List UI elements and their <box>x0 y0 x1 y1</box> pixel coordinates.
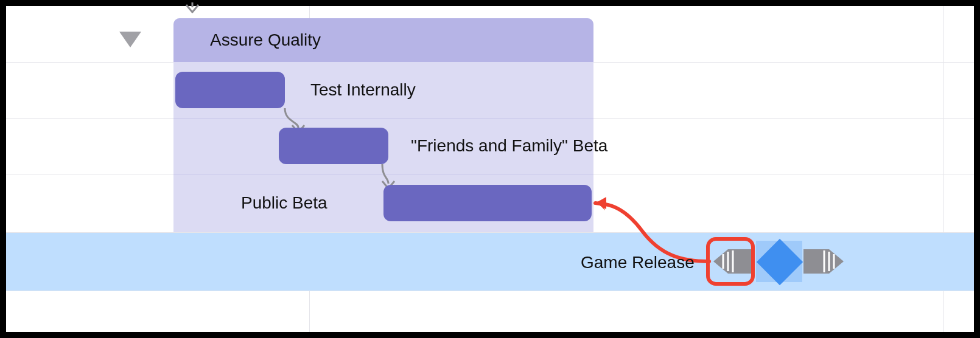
group-row-separator <box>173 174 593 174</box>
collapse-triangle-icon[interactable] <box>119 32 141 47</box>
milestone-drag-handle-right[interactable] <box>803 244 846 278</box>
task-group-header[interactable]: Assure Quality <box>173 18 593 62</box>
task-group-title: Assure Quality <box>210 30 321 50</box>
gantt-row <box>6 291 974 332</box>
task-bar-friends-family-beta[interactable] <box>279 128 388 164</box>
task-label: Public Beta <box>241 193 327 213</box>
task-bar-test-internally[interactable] <box>175 72 285 108</box>
task-bar-public-beta[interactable] <box>383 185 592 221</box>
task-label: "Friends and Family" Beta <box>411 136 607 156</box>
milestone-label: Game Release <box>581 253 695 272</box>
milestone-drag-handle-left[interactable] <box>711 244 754 278</box>
group-row-separator <box>173 118 593 119</box>
svg-marker-0 <box>595 197 606 209</box>
task-label: Test Internally <box>310 80 416 100</box>
